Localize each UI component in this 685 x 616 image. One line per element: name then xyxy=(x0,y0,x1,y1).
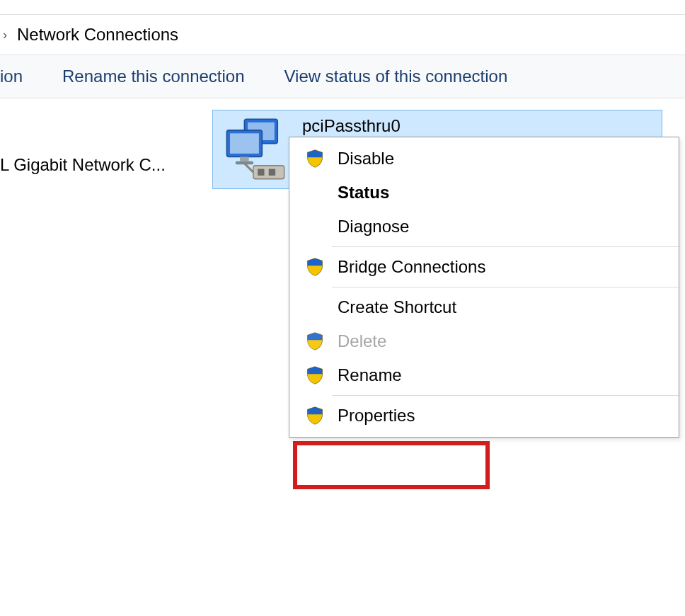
context-menu-diagnose[interactable]: Diagnose xyxy=(289,210,679,244)
uac-shield-icon xyxy=(305,365,335,385)
context-menu: Disable Status Diagnose Bridge Connectio… xyxy=(289,137,679,438)
svg-rect-10 xyxy=(269,169,275,176)
toolbar-rename-connection[interactable]: Rename this connection xyxy=(42,67,264,86)
context-menu-label: Rename xyxy=(335,365,402,385)
context-menu-separator xyxy=(332,395,679,396)
context-menu-create-shortcut[interactable]: Create Shortcut xyxy=(289,290,679,324)
breadcrumb-bar: › Network Connections xyxy=(0,14,685,55)
context-menu-label: Create Shortcut xyxy=(335,297,456,317)
uac-shield-icon xyxy=(305,406,335,426)
annotation-highlight-box xyxy=(293,441,490,489)
breadcrumb-separator: › xyxy=(3,28,7,42)
uac-shield-icon xyxy=(305,331,335,351)
context-menu-label: Disable xyxy=(335,149,394,169)
svg-rect-5 xyxy=(230,134,259,154)
context-menu-delete: Delete xyxy=(289,324,679,358)
svg-line-11 xyxy=(244,164,253,173)
context-menu-properties[interactable]: Properties xyxy=(289,399,679,433)
context-menu-label: Properties xyxy=(335,406,415,426)
context-menu-disable[interactable]: Disable xyxy=(289,142,679,176)
context-menu-rename[interactable]: Rename xyxy=(289,358,679,392)
context-menu-bridge-connections[interactable]: Bridge Connections xyxy=(289,250,679,284)
context-menu-label: Delete xyxy=(335,331,386,351)
context-menu-label: Status xyxy=(335,183,389,203)
context-menu-separator xyxy=(332,246,679,247)
uac-shield-icon xyxy=(305,257,335,277)
toolbar: ion Rename this connection View status o… xyxy=(0,55,685,98)
uac-shield-icon xyxy=(305,149,335,169)
icon-slot-empty xyxy=(305,183,335,203)
context-menu-label: Diagnose xyxy=(335,217,409,236)
context-menu-label: Bridge Connections xyxy=(335,257,485,277)
icon-slot-empty xyxy=(305,297,335,317)
toolbar-item-truncated[interactable]: ion xyxy=(0,67,42,86)
context-menu-status[interactable]: Status xyxy=(289,176,679,210)
icon-slot-empty xyxy=(305,217,335,236)
network-adapter-icon xyxy=(220,115,291,186)
svg-rect-9 xyxy=(258,169,264,176)
svg-rect-6 xyxy=(240,156,249,161)
context-menu-separator xyxy=(332,287,679,287)
content-area: L Gigabit Network C... xyxy=(0,98,685,616)
adapter-description-truncated: L Gigabit Network C... xyxy=(0,155,212,175)
breadcrumb-title[interactable]: Network Connections xyxy=(17,25,178,45)
toolbar-view-status[interactable]: View status of this connection xyxy=(265,67,528,86)
network-adapter-name: pciPassthru0 xyxy=(302,115,401,136)
